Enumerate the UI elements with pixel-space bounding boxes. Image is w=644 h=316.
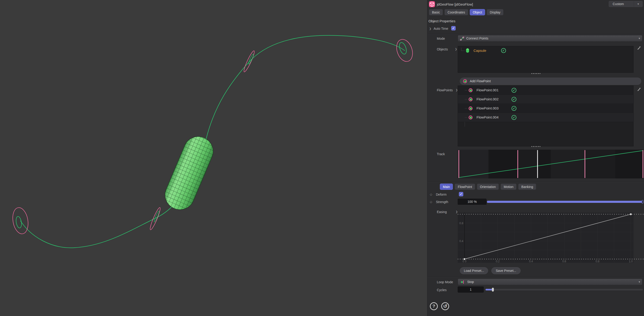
- objects-expand-icon[interactable]: ❯: [455, 48, 457, 51]
- list-item[interactable]: FlowPoint.003 ✓: [458, 104, 633, 113]
- tab-basic[interactable]: Basic: [429, 9, 443, 15]
- auto-time-label: Auto Time: [434, 27, 448, 31]
- resize-drag-handle[interactable]: [427, 145, 644, 147]
- list-item[interactable]: FlowPoint.004 ✓: [458, 113, 633, 122]
- pick-object-eyedropper-icon[interactable]: [637, 87, 641, 91]
- svg-text:0.4: 0.4: [529, 260, 533, 263]
- flow-spline[interactable]: [20, 35, 405, 248]
- tab-object[interactable]: Object: [470, 9, 485, 15]
- strength-slider[interactable]: [487, 201, 643, 203]
- cycles-value: 1: [470, 288, 472, 291]
- tab-display[interactable]: Display: [487, 9, 504, 15]
- mode-label: Mode: [437, 37, 445, 40]
- auto-time-checkbox[interactable]: ✓: [451, 26, 456, 31]
- easing-curve-editor[interactable]: 0.40.80.00.20.40.60.81.0: [458, 208, 644, 265]
- load-preset-button[interactable]: Load Preset...: [460, 267, 488, 274]
- keyframe-diamond-icon[interactable]: ◇: [430, 193, 432, 196]
- tab-coordinates[interactable]: Coordinates: [444, 9, 468, 15]
- subtab-motion[interactable]: Motion: [501, 184, 516, 190]
- preset-select[interactable]: Custom ▾: [609, 1, 642, 7]
- svg-text:0.8: 0.8: [459, 222, 463, 225]
- loop-mode-dropdown[interactable]: Stop ▾: [458, 279, 642, 285]
- cycles-value-field[interactable]: 1: [458, 286, 484, 292]
- save-preset-button[interactable]: Save Preset...: [491, 267, 520, 274]
- add-flowpoint-button[interactable]: Add FlowPoint: [460, 78, 641, 85]
- auto-time-expand-icon[interactable]: ❯: [429, 27, 431, 30]
- flowpoint-icon: [468, 88, 472, 92]
- svg-text:0.8: 0.8: [596, 260, 600, 263]
- strength-slider-handle[interactable]: [642, 200, 643, 204]
- subtab-orientation[interactable]: Orientation: [477, 184, 499, 190]
- flowpoint-name[interactable]: FlowPoint.004: [476, 113, 498, 122]
- flowpoints-label: FlowPoints: [437, 88, 452, 92]
- mode-dropdown[interactable]: Connect Points ▾: [458, 35, 642, 42]
- strength-label: Strength: [436, 200, 448, 204]
- reset-button[interactable]: ↺: [441, 302, 449, 310]
- flowpoint-icon: [468, 106, 472, 110]
- capsule-object-icon: [466, 48, 469, 53]
- chevron-down-icon: ▾: [639, 280, 640, 283]
- list-item[interactable]: FlowPoint.002 ✓: [458, 95, 633, 104]
- loop-mode-value: Stop: [467, 280, 474, 284]
- loop-mode-label: Loop Mode: [437, 280, 453, 284]
- subtab-banking[interactable]: Banking: [518, 184, 536, 190]
- deform-label: Deform: [436, 193, 446, 196]
- flowpoint-icon: [468, 115, 472, 119]
- enabled-check-icon[interactable]: ✓: [512, 106, 516, 111]
- svg-text:0.4: 0.4: [459, 240, 463, 243]
- strength-slider-fill: [487, 201, 643, 203]
- tree-branch-line: [465, 108, 468, 108]
- flowpoints-expand-icon[interactable]: ❯: [456, 89, 458, 92]
- tree-branch-line: [465, 117, 468, 118]
- easing-label: Easing: [437, 210, 447, 214]
- capsule-mesh[interactable]: [160, 131, 218, 215]
- mode-dropdown-value: Connect Points: [466, 37, 488, 40]
- viewport-3d[interactable]: [0, 0, 427, 316]
- pick-object-eyedropper-icon[interactable]: [637, 46, 641, 50]
- flowpoint-ring-3[interactable]: [243, 50, 256, 73]
- enabled-check-icon[interactable]: ✓: [512, 115, 516, 120]
- enabled-check-icon[interactable]: ✓: [501, 48, 506, 53]
- subtab-bar: Main FlowPoint Orientation Motion Bankin…: [440, 184, 536, 190]
- attribute-panel: jdGeoFlow [jdGeoFlow] Custom ▾ Basic Coo…: [427, 0, 644, 316]
- track-label: Track: [437, 152, 445, 156]
- list-item[interactable]: Capsule ✓: [458, 46, 633, 55]
- enabled-check-icon[interactable]: ✓: [512, 97, 516, 102]
- subtab-flowpoint[interactable]: FlowPoint: [455, 184, 475, 190]
- cycles-slider-handle[interactable]: [492, 288, 494, 292]
- keyframe-diamond-icon[interactable]: ◇: [430, 200, 432, 204]
- resize-drag-handle[interactable]: [427, 73, 644, 75]
- tree-branch-line: [461, 48, 465, 51]
- objects-list[interactable]: Capsule ✓: [458, 46, 634, 73]
- track-timeline[interactable]: [458, 150, 644, 179]
- subtab-main[interactable]: Main: [440, 184, 453, 190]
- flowpoint-name[interactable]: FlowPoint.003: [476, 104, 498, 113]
- tab-bar: Basic Coordinates Object Display: [429, 9, 504, 15]
- separator: [427, 34, 644, 34]
- svg-text:0.6: 0.6: [562, 260, 566, 263]
- cycles-slider-fill: [486, 289, 493, 290]
- object-name[interactable]: Capsule: [474, 46, 486, 55]
- flowpoints-list[interactable]: FlowPoint.001 ✓ FlowPoint.002 ✓ FlowPoin…: [458, 85, 634, 146]
- flowpoint-name[interactable]: FlowPoint.001: [476, 86, 498, 95]
- tree-branch-line: [465, 99, 468, 99]
- easing-expand-icon[interactable]: ❯: [456, 210, 458, 213]
- tree-branch-line: [465, 90, 468, 90]
- list-item[interactable]: FlowPoint.001 ✓: [458, 86, 633, 95]
- svg-text:0.2: 0.2: [496, 260, 500, 263]
- preset-select-value: Custom: [613, 2, 624, 6]
- flowpoint-icon: [463, 79, 467, 83]
- connect-points-icon: [460, 36, 464, 41]
- cube-glyph: [429, 1, 435, 7]
- jdgeoflow-cube-icon: [429, 1, 435, 7]
- deform-checkbox[interactable]: ✓: [459, 192, 463, 196]
- enabled-check-icon[interactable]: ✓: [512, 88, 516, 93]
- strength-value-field[interactable]: 100 %: [458, 199, 486, 205]
- flowpoint-name[interactable]: FlowPoint.002: [476, 95, 498, 104]
- section-heading: Object Properties: [428, 19, 456, 23]
- viewport-scene: [0, 0, 427, 316]
- stop-loop-icon: [460, 280, 464, 284]
- cycles-slider[interactable]: [486, 289, 643, 290]
- help-button[interactable]: ?: [430, 302, 438, 310]
- flowpoint-ring-2[interactable]: [149, 207, 162, 231]
